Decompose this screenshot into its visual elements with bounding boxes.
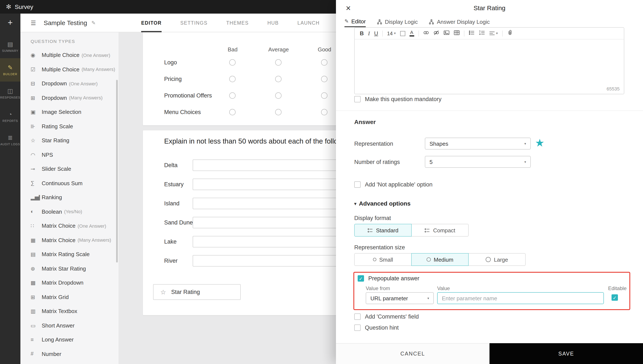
question-type-item[interactable]: ⊪ Rating Scale: [21, 119, 119, 133]
question-type-item[interactable]: ◉ Multiple Choice (One Answer): [21, 48, 119, 62]
question-type-item[interactable]: ▥ Matrix Textbox: [21, 304, 119, 318]
edit-survey-name-icon[interactable]: ✎: [91, 20, 96, 26]
question-type-item[interactable]: ⊞ Dropdown (Many Answers): [21, 91, 119, 105]
link-button[interactable]: [423, 30, 429, 37]
editable-checkbox[interactable]: [611, 294, 618, 301]
bold-button[interactable]: B: [360, 30, 364, 36]
display-format-option[interactable]: Compact: [411, 224, 469, 236]
scrollbar-thumb[interactable]: [116, 80, 118, 262]
matrix-radio[interactable]: [275, 76, 282, 82]
question-type-item[interactable]: ▣ Image Selection: [21, 105, 119, 119]
question-type-item[interactable]: # Number: [21, 347, 119, 361]
tab-editor[interactable]: ✎ Editor: [344, 16, 366, 27]
add-button[interactable]: +: [0, 14, 21, 32]
answer-input[interactable]: [193, 159, 336, 171]
representation-size-option[interactable]: Small: [354, 253, 412, 266]
chevron-down-icon: ▾: [496, 32, 498, 35]
question-type-item[interactable]: ◠ NPS: [21, 148, 119, 162]
answer-input[interactable]: [193, 198, 336, 209]
answer-input[interactable]: [193, 216, 336, 228]
answer-input[interactable]: [193, 178, 336, 190]
question-title: Explain in not less than 50 words about …: [143, 130, 336, 145]
highlight-color-button[interactable]: [400, 31, 405, 36]
question-type-item[interactable]: ▤ Matrix Rating Scale: [21, 247, 119, 262]
matrix-radio[interactable]: [275, 92, 282, 98]
mandatory-checkbox[interactable]: [354, 96, 361, 102]
comments-checkbox[interactable]: [354, 313, 361, 320]
tab-display-logic[interactable]: Display Logic: [377, 16, 418, 27]
main-tab[interactable]: EDITOR: [141, 14, 162, 32]
textbox-row-label: Island: [164, 200, 179, 206]
insert-image-button[interactable]: [443, 30, 449, 37]
question-type-item[interactable]: ☆ Star Rating: [21, 133, 119, 148]
textbox-question-card[interactable]: Explain in not less than 50 words about …: [143, 130, 336, 315]
question-types-panel: QUESTION TYPES ◉ Multiple Choice (One An…: [21, 32, 119, 364]
question-type-item[interactable]: ∷ Matrix Choice (One Answer): [21, 219, 119, 233]
rail-item[interactable]: ◔ REPORTS: [0, 105, 21, 128]
rail-item[interactable]: ≣ AUDIT LOGS: [0, 128, 21, 152]
insert-table-button[interactable]: [454, 30, 460, 37]
question-type-item[interactable]: ◐ Boolean (Yes/No): [21, 204, 119, 219]
answer-input[interactable]: [193, 236, 336, 247]
main-tab[interactable]: SETTINGS: [180, 14, 207, 32]
numbered-list-button[interactable]: [479, 30, 485, 37]
bullet-list-button[interactable]: [469, 30, 474, 37]
advanced-options-toggle[interactable]: ▾ Advanced options: [354, 200, 410, 207]
cancel-button[interactable]: CANCEL: [336, 343, 490, 364]
display-format-option[interactable]: Standard: [354, 224, 412, 236]
font-color-button[interactable]: A: [409, 30, 414, 36]
representation-size-option[interactable]: Medium: [411, 253, 469, 266]
prepopulate-checkbox[interactable]: [358, 275, 364, 282]
underline-button[interactable]: U: [374, 30, 378, 36]
representation-size-option[interactable]: Large: [468, 253, 526, 266]
ratings-count-select[interactable]: 5 ▾: [425, 156, 531, 168]
tab-answer-display-logic[interactable]: Answer Display Logic: [429, 16, 490, 27]
unlink-button[interactable]: [433, 30, 439, 37]
value-from-select[interactable]: URL parameter ▾: [366, 292, 434, 304]
matrix-radio[interactable]: [275, 59, 282, 66]
attachment-button[interactable]: [507, 30, 513, 37]
question-type-label: Image Selection: [42, 109, 81, 115]
question-type-item[interactable]: ⊞ Matrix Grid: [21, 290, 119, 304]
matrix-radio[interactable]: [321, 92, 327, 98]
question-type-item[interactable]: ∑ Continuous Sum: [21, 176, 119, 190]
matrix-radio[interactable]: [229, 59, 236, 66]
question-type-item[interactable]: ⊛ Matrix Star Rating: [21, 262, 119, 276]
matrix-radio[interactable]: [229, 76, 236, 82]
main-tab[interactable]: LAUNCH: [298, 14, 320, 32]
rail-item[interactable]: ◫ RESPONSES: [0, 82, 21, 105]
not-applicable-checkbox[interactable]: [354, 181, 361, 188]
question-text-editor[interactable]: B I U 14 ▾ A: [354, 27, 624, 94]
question-type-item[interactable]: ▩ Matrix Dropdown: [21, 276, 119, 290]
main-tab[interactable]: THEMES: [226, 14, 249, 32]
collapsed-star-rating-question[interactable]: ☆ Star Rating: [153, 284, 241, 300]
save-button[interactable]: SAVE: [490, 343, 643, 364]
matrix-radio[interactable]: [321, 109, 327, 115]
matrix-radio[interactable]: [229, 109, 236, 115]
matrix-question-card[interactable]: Bad Average Good Logo Pri: [143, 32, 336, 125]
question-list-icon[interactable]: ☰: [31, 19, 36, 26]
font-size-dropdown[interactable]: 14 ▾: [387, 30, 396, 36]
main-tab[interactable]: HUB: [267, 14, 279, 32]
question-type-item[interactable]: ▦ Matrix Choice (Many Answers): [21, 233, 119, 247]
italic-button[interactable]: I: [368, 30, 370, 37]
question-type-item[interactable]: ▭ Short Answer: [21, 318, 119, 332]
parameter-name-input[interactable]: [437, 292, 604, 304]
representation-select[interactable]: Shapes ▾: [425, 138, 531, 150]
rail-item-icon: ◔: [9, 111, 12, 117]
matrix-radio[interactable]: [229, 92, 236, 98]
question-type-item[interactable]: ⊟ Dropdown (One Answer): [21, 76, 119, 91]
question-hint-checkbox[interactable]: [354, 324, 361, 331]
matrix-rows: Logo Pricing Promotional Offers: [143, 54, 336, 120]
matrix-radio[interactable]: [321, 76, 327, 82]
matrix-radio[interactable]: [275, 109, 282, 115]
matrix-radio[interactable]: [321, 59, 327, 66]
rail-item[interactable]: ✎ BUILDER: [0, 58, 21, 82]
align-dropdown[interactable]: ▾: [489, 30, 498, 36]
answer-input[interactable]: [193, 255, 336, 266]
question-type-item[interactable]: ⊸ Slider Scale: [21, 162, 119, 176]
question-type-item[interactable]: ≡ Long Answer: [21, 332, 119, 347]
rail-item[interactable]: ▤ SUMMARY: [0, 35, 21, 58]
question-type-item[interactable]: ☑ Multiple Choice (Many Answers): [21, 62, 119, 76]
question-type-item[interactable]: ▂▅▇ Ranking: [21, 190, 119, 204]
